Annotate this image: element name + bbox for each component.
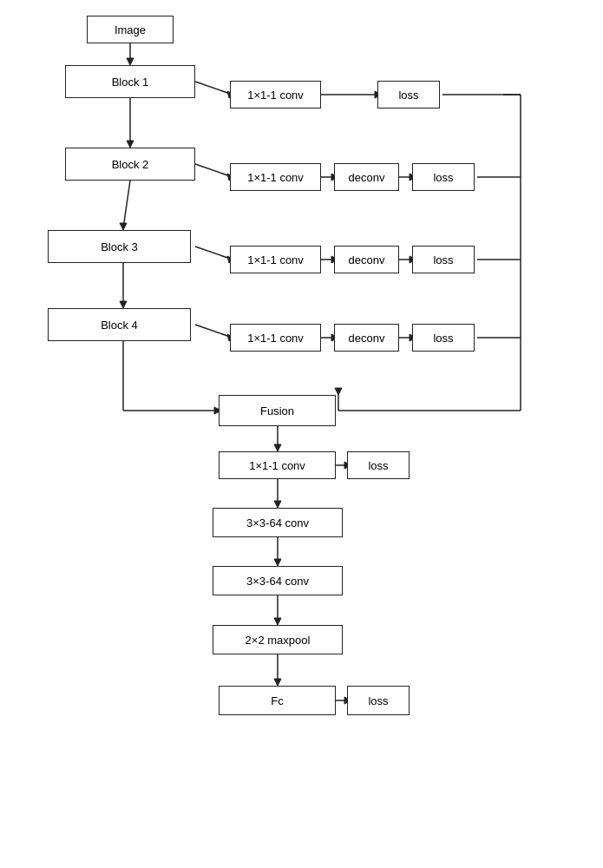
arrows-layer: [0, 0, 603, 868]
svg-line-10: [195, 164, 233, 177]
block4-box: Block 4: [48, 308, 191, 341]
conv1x1-4-box: 1×1-1 conv: [230, 324, 321, 352]
svg-marker-43: [274, 444, 281, 451]
svg-marker-3: [127, 141, 134, 148]
loss2-box: loss: [412, 163, 475, 191]
deconv4-box: deconv: [334, 324, 399, 352]
svg-marker-5: [120, 223, 127, 230]
deconv3-box: deconv: [334, 246, 399, 273]
conv3x3-64a-box: 3×3-64 conv: [213, 508, 343, 537]
loss-f-box: loss: [347, 451, 410, 479]
conv1x1-f-box: 1×1-1 conv: [219, 451, 336, 479]
block1-box: Block 1: [65, 65, 195, 98]
fc-box: Fc: [219, 686, 336, 715]
svg-marker-51: [274, 618, 281, 625]
block3-box: Block 3: [48, 230, 191, 263]
conv1x1-3-box: 1×1-1 conv: [230, 246, 321, 273]
svg-marker-1: [127, 58, 134, 65]
loss1-box: loss: [377, 81, 440, 108]
block2-box: Block 2: [65, 148, 195, 181]
conv1x1-1-box: 1×1-1 conv: [230, 81, 321, 108]
svg-line-8: [195, 82, 233, 95]
deconv2-box: deconv: [334, 163, 399, 191]
conv1x1-2-box: 1×1-1 conv: [230, 163, 321, 191]
svg-marker-38: [335, 388, 342, 395]
image-box: Image: [87, 16, 174, 43]
svg-marker-47: [274, 501, 281, 508]
architecture-diagram: Image Block 1 Block 2 Block 3 Block 4 1×…: [0, 0, 603, 868]
svg-marker-49: [274, 559, 281, 566]
loss4-box: loss: [412, 324, 475, 352]
fusion-box: Fusion: [219, 395, 336, 426]
svg-marker-7: [120, 301, 127, 308]
svg-marker-53: [274, 679, 281, 686]
loss-fc-box: loss: [347, 686, 410, 715]
conv3x3-64b-box: 3×3-64 conv: [213, 566, 343, 595]
svg-line-12: [195, 247, 233, 260]
svg-line-4: [123, 181, 130, 228]
loss3-box: loss: [412, 246, 475, 273]
maxpool-box: 2×2 maxpool: [213, 625, 343, 654]
svg-line-14: [195, 325, 233, 338]
